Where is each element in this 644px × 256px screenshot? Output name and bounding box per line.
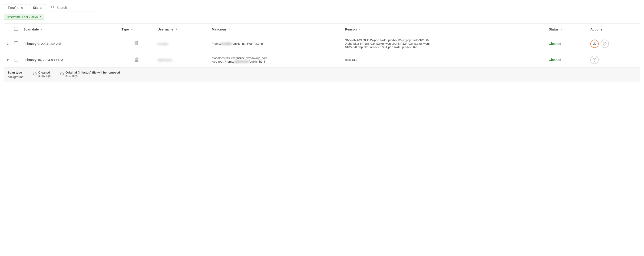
svg-point-4 xyxy=(593,43,596,45)
reason-sort-icon: ⇅ xyxy=(358,28,360,31)
timeframe-button[interactable]: Timeframe xyxy=(4,4,27,11)
col-type-header[interactable]: Type ⇅ xyxy=(119,24,155,35)
row2-username: right4news xyxy=(155,52,209,68)
row1-actions-cell xyxy=(590,40,637,48)
row2-expand[interactable]: ▶ xyxy=(4,52,12,68)
row2-actions-cell xyxy=(590,56,637,64)
sub-cleaned-time: a day ago xyxy=(38,74,51,78)
table-row: ▶ February 10, 2024 8:17 PM xyxy=(4,52,640,68)
row1-username: ironlabs xyxy=(155,35,209,52)
row2-malicious: //localhost:3306/right4ne_wp567/wp_core … xyxy=(209,52,342,68)
sub-scan-type: Scan type background xyxy=(8,71,24,79)
row1-view-button[interactable] xyxy=(590,40,599,48)
malicious-sort-icon: ⇅ xyxy=(228,28,230,31)
sub-original-label: Original (infected) file will be removed xyxy=(66,71,120,74)
row1-expand[interactable]: ▶ xyxy=(4,35,12,52)
row1-type xyxy=(119,35,155,52)
sub-original-clock-icon xyxy=(60,72,64,77)
svg-point-5 xyxy=(594,43,595,44)
col-username-header[interactable]: Username ⇅ xyxy=(155,24,209,35)
row2-actions xyxy=(588,52,640,68)
row2-scan-date: February 10, 2024 8:17 PM xyxy=(21,52,119,68)
search-input[interactable] xyxy=(56,6,97,10)
sub-scan-type-value: background xyxy=(8,75,24,79)
row1-check xyxy=(12,35,21,52)
row2-username-text: right4news xyxy=(158,58,172,62)
col-malicious-header[interactable]: Malicious ⇅ xyxy=(209,24,342,35)
row1-malicious-path: /home/ironlabs/public_html/karma.php xyxy=(212,42,268,45)
sub-scan-type-label: Scan type xyxy=(8,71,24,74)
row2-status-badge: Cleaned xyxy=(549,58,561,62)
sub-cleaned-clock-icon xyxy=(33,72,37,77)
svg-rect-3 xyxy=(134,41,137,45)
row1-status: Cleaned xyxy=(546,35,588,52)
row2-restore-button[interactable] xyxy=(590,56,599,64)
timeframe-tag: Timeframe: Last 7 days × xyxy=(4,14,44,20)
row2-malicious-path: //localhost:3306/right4ne_wp567/wp_core … xyxy=(212,56,268,63)
svg-point-8 xyxy=(135,61,138,62)
row1-malicious: /home/ironlabs/public_html/karma.php xyxy=(209,35,342,52)
sub-cleaned-label: Cleaned xyxy=(38,71,51,74)
sub-cleaned-section: Cleaned a day ago xyxy=(33,71,51,78)
table-container: Scan date ▼ Type ⇅ Username ⇅ Malicious … xyxy=(4,24,640,82)
timeframe-tag-close[interactable]: × xyxy=(40,15,42,19)
row1-reason-text: SMW-INJ-CLOUDAV-php.bkdr.upld-NP129-0,ph… xyxy=(345,38,433,49)
search-wrapper xyxy=(48,4,100,12)
sub-original-section: Original (infected) file will be removed… xyxy=(60,71,120,78)
row1-actions xyxy=(588,35,640,52)
search-icon xyxy=(51,5,54,10)
timeframe-tag-label: Timeframe: Last 7 days xyxy=(6,15,38,19)
username-sort-icon: ⇅ xyxy=(175,28,177,31)
row2-status: Cleaned xyxy=(546,52,588,68)
scan-date-sort-icon: ▼ xyxy=(41,28,43,31)
row2-expand-arrow: ▶ xyxy=(6,59,9,61)
table-row: ▶ February 9, 2024 1:38 AM xyxy=(4,35,640,52)
row1-status-badge: Cleaned xyxy=(549,42,561,46)
row1-type-icon xyxy=(122,41,152,47)
row1-checkbox[interactable] xyxy=(14,42,18,45)
type-sort-icon: ⇅ xyxy=(130,28,132,31)
row1-scan-date: February 9, 2024 1:38 AM xyxy=(21,35,119,52)
row2-check xyxy=(12,52,21,68)
row1-reason: SMW-INJ-CLOUDAV-php.bkdr.upld-NP129-0,ph… xyxy=(342,35,546,52)
col-check-header xyxy=(12,24,21,35)
row2-reason-text: BAD URL xyxy=(345,58,433,62)
filter-bar: Timeframe Status xyxy=(4,4,640,12)
select-all-checkbox[interactable] xyxy=(14,27,18,31)
row2-type xyxy=(119,52,155,68)
status-button[interactable]: Status xyxy=(29,4,46,11)
sub-info-container: Scan type background xyxy=(8,71,636,79)
page-wrapper: Timeframe Status Timeframe: Last 7 days … xyxy=(0,0,644,256)
status-sort-icon: ⇅ xyxy=(560,28,562,31)
row1-username-text: ironlabs xyxy=(158,42,168,46)
table-header-row: Scan date ▼ Type ⇅ Username ⇅ Malicious … xyxy=(4,24,640,35)
row2-checkbox[interactable] xyxy=(14,58,18,62)
sub-row: Scan type background xyxy=(4,68,640,82)
row1-expand-arrow: ▶ xyxy=(7,43,8,45)
scan-table: Scan date ▼ Type ⇅ Username ⇅ Malicious … xyxy=(4,24,640,82)
col-status-header[interactable]: Status ⇅ xyxy=(546,24,588,35)
row2-reason: BAD URL xyxy=(342,52,546,68)
row2-type-icon xyxy=(122,57,152,63)
col-actions-header: Actions xyxy=(588,24,640,35)
sub-original-time: in 13 days xyxy=(66,74,120,78)
svg-line-1 xyxy=(54,8,54,9)
sub-row-content: Scan type background xyxy=(4,68,640,82)
col-expand-header xyxy=(4,24,12,35)
row1-restore-button[interactable] xyxy=(600,40,609,48)
col-scan-date-header[interactable]: Scan date ▼ xyxy=(21,24,119,35)
col-reason-header[interactable]: Reason ⇅ xyxy=(342,24,546,35)
active-filters: Timeframe: Last 7 days × xyxy=(4,14,640,20)
